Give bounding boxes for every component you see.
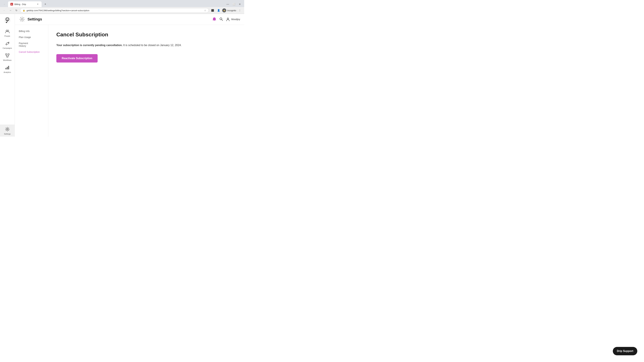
svg-rect-17	[6, 68, 6, 69]
status-bold-text: Your subscription is currently pending c…	[56, 44, 122, 46]
incognito-label: Incognito	[227, 9, 236, 12]
window-restore[interactable]: ⬜	[232, 2, 236, 6]
settings-nav-cancel-subscription[interactable]: Cancel Subscription	[15, 49, 48, 55]
tab-prev-arrow[interactable]: ‹	[2, 2, 7, 6]
svg-text:D: D	[11, 3, 12, 5]
tab-favicon: D	[10, 3, 13, 5]
sidebar-item-people[interactable]: People	[0, 27, 14, 39]
analytics-label: Analytics	[4, 71, 11, 73]
user-menu-button[interactable]: Moodjoy	[226, 17, 240, 21]
sidebar-item-campaigns[interactable]: Campaigns	[0, 39, 14, 51]
cancel-subscription-title: Cancel Subscription	[56, 31, 236, 38]
main-content: Cancel Subscription Your subscription is…	[48, 25, 244, 137]
browser-chrome: ‹ D Billing · Drip ✕ + — ⬜ ✕ ← → ↻ 🔒	[0, 0, 244, 14]
svg-rect-11	[8, 54, 9, 55]
analytics-icon	[4, 64, 10, 70]
svg-line-23	[222, 19, 223, 21]
reload-button[interactable]: ↻	[14, 8, 19, 13]
tab-title: Billing · Drip	[14, 3, 26, 5]
sidebar-item-settings[interactable]: Settings	[0, 124, 14, 137]
search-button[interactable]	[219, 17, 223, 22]
main-area: Settings	[15, 14, 244, 137]
workflows-icon	[4, 52, 10, 58]
app-layout: People Campaigns	[0, 14, 244, 137]
svg-point-21	[21, 18, 23, 20]
profile-button[interactable]: 👤	[216, 8, 221, 13]
notification-bell-button[interactable]	[212, 17, 216, 22]
window-close[interactable]: ✕	[238, 2, 242, 6]
settings-nav-payment-history[interactable]: PaymentHistory	[15, 40, 48, 49]
svg-point-5	[8, 18, 8, 19]
svg-point-22	[220, 18, 222, 20]
campaigns-label: Campaigns	[3, 47, 12, 49]
window-minimize[interactable]: —	[226, 2, 230, 6]
browser-titlebar: ‹ D Billing · Drip ✕ + — ⬜ ✕	[0, 0, 244, 7]
campaigns-icon	[4, 40, 10, 46]
svg-rect-12	[7, 56, 8, 57]
svg-point-4	[6, 18, 7, 19]
incognito-icon: 🕵	[222, 8, 226, 12]
svg-point-9	[8, 42, 9, 43]
page-header: Settings	[15, 14, 244, 25]
settings-nav: Billing Info Plan Usage PaymentHistory C…	[15, 25, 48, 137]
svg-rect-19	[8, 66, 9, 69]
left-sidebar: People Campaigns	[0, 14, 15, 137]
people-icon	[4, 28, 10, 34]
browser-tab[interactable]: D Billing · Drip ✕	[8, 1, 42, 7]
page-title: Settings	[28, 17, 42, 21]
people-label: People	[4, 35, 10, 37]
forward-button[interactable]: →	[8, 8, 13, 13]
header-settings-icon	[19, 16, 26, 23]
settings-nav-billing-info[interactable]: Billing Info	[15, 28, 48, 34]
browser-toolbar: ← → ↻ 🔒 getdrip.com/7641396/settings/bil…	[0, 7, 244, 14]
sidebar-item-analytics[interactable]: Analytics	[0, 63, 14, 75]
extensions-button[interactable]: ⬛	[210, 8, 215, 13]
svg-point-8	[8, 30, 9, 31]
username-label: Moodjoy	[231, 18, 240, 21]
svg-point-20	[7, 129, 8, 130]
address-bar[interactable]: 🔒 getdrip.com/7641396/settings/billing?s…	[20, 8, 209, 13]
svg-rect-18	[7, 67, 8, 69]
app-logo[interactable]	[3, 16, 12, 24]
status-rest-text: It is scheduled to be closed on January …	[122, 44, 182, 46]
reactivate-subscription-button[interactable]: Reactivate Subscription	[56, 54, 98, 62]
new-tab-button[interactable]: +	[43, 2, 48, 6]
browser-action-buttons: ⬛ 👤 🕵 Incognito ⋮	[210, 8, 242, 13]
ssl-lock-icon: 🔒	[23, 9, 25, 11]
settings-nav-plan-usage[interactable]: Plan Usage	[15, 34, 48, 40]
svg-point-6	[6, 22, 7, 23]
url-text: getdrip.com/7641396/settings/billing?sec…	[26, 9, 203, 12]
settings-label: Settings	[4, 133, 11, 135]
subscription-status-text: Your subscription is currently pending c…	[56, 43, 200, 47]
back-button[interactable]: ←	[2, 8, 7, 13]
tab-close-button[interactable]: ✕	[36, 3, 39, 6]
sidebar-item-workflows[interactable]: Workflows	[0, 51, 14, 63]
header-actions: Moodjoy	[212, 17, 240, 22]
content-area: Billing Info Plan Usage PaymentHistory C…	[15, 25, 244, 137]
incognito-button[interactable]: 🕵 Incognito	[222, 8, 236, 12]
settings-icon	[4, 126, 10, 132]
bookmark-star-icon[interactable]: ☆	[204, 9, 206, 12]
svg-point-24	[227, 18, 228, 19]
menu-button[interactable]: ⋮	[238, 8, 242, 13]
svg-rect-10	[6, 54, 7, 55]
workflows-label: Workflows	[3, 59, 12, 61]
svg-point-7	[6, 30, 8, 31]
